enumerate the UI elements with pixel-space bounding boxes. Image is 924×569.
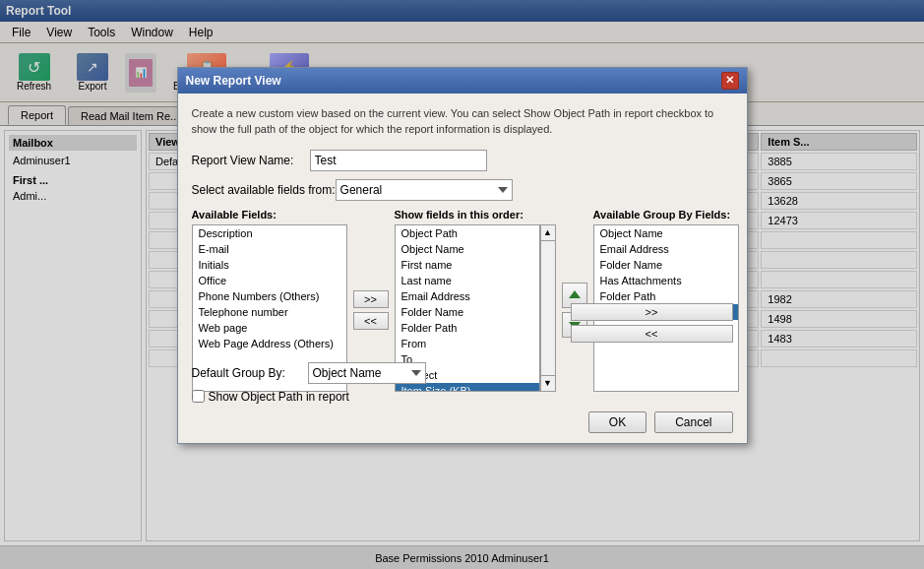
group-by-header: Available Group By Fields:	[593, 209, 739, 221]
scrollbar[interactable]: ▲ ▼	[540, 224, 556, 392]
list-item[interactable]: Initials	[193, 257, 346, 273]
add-fields-button[interactable]: >>	[353, 290, 389, 308]
list-item[interactable]: Web page	[193, 320, 346, 336]
list-item[interactable]: Folder Name	[594, 257, 738, 273]
select-fields-label: Select available fields from:	[192, 183, 336, 197]
list-item[interactable]: Folder Path	[594, 288, 738, 304]
new-report-view-dialog: New Report View ✕ Create a new custom vi…	[177, 67, 748, 444]
three-columns-area: Available Fields: Description E-mail Ini…	[192, 209, 733, 392]
list-item[interactable]: Phone Numbers (Others)	[193, 288, 346, 304]
list-item[interactable]: Last name	[396, 273, 539, 288]
report-view-name-label: Report View Name:	[192, 154, 310, 167]
dialog-description: Create a new custom view based on the cu…	[192, 105, 733, 138]
dialog-close-button[interactable]: ✕	[721, 72, 739, 90]
list-item-selected[interactable]: Item Size (KB)	[396, 383, 539, 392]
show-fields-header: Show fields in this order:	[395, 209, 556, 221]
add-group-button[interactable]: >>	[571, 303, 733, 321]
group-by-fields-column: Available Group By Fields: Object Name E…	[593, 209, 739, 392]
report-view-name-input[interactable]	[310, 150, 487, 171]
select-fields-row: Select available fields from: General Cu…	[192, 179, 733, 201]
scroll-track	[541, 241, 555, 375]
select-fields-dropdown[interactable]: General Custom All	[336, 179, 513, 201]
list-item[interactable]: Folder Name	[396, 304, 539, 320]
list-item[interactable]: Object Path	[396, 225, 539, 241]
dialog-title: New Report View	[186, 74, 281, 88]
list-item[interactable]: Email Address	[594, 241, 738, 257]
show-object-path-text: Show Object Path in report	[209, 390, 349, 404]
list-item[interactable]: E-mail	[193, 241, 346, 257]
list-item[interactable]: Has Attachments	[594, 273, 738, 288]
list-item[interactable]: Object Name	[594, 225, 738, 241]
scroll-down[interactable]: ▼	[541, 375, 555, 391]
dialog-buttons-row: OK Cancel	[192, 411, 733, 433]
default-group-dropdown[interactable]: Object Name Email Address Folder Name Ha…	[308, 362, 426, 384]
dialog-content: Create a new custom view based on the cu…	[178, 94, 747, 354]
show-object-path-row: Show Object Path in report	[192, 390, 733, 404]
available-fields-header: Available Fields:	[192, 209, 347, 221]
cancel-button[interactable]: Cancel	[654, 411, 732, 433]
scroll-up[interactable]: ▲	[541, 225, 555, 241]
list-item[interactable]: From	[396, 336, 539, 351]
show-object-path-checkbox[interactable]	[192, 390, 205, 403]
list-item[interactable]: Email Address	[396, 288, 539, 304]
dialog-overlay: New Report View ✕ Create a new custom vi…	[0, 0, 924, 569]
dialog-titlebar: New Report View ✕	[178, 68, 747, 94]
list-item[interactable]: Office	[193, 273, 346, 288]
list-item[interactable]: Description	[193, 225, 346, 241]
report-view-name-row: Report View Name:	[192, 150, 733, 171]
list-item[interactable]: Folder Path	[396, 320, 539, 336]
list-item[interactable]: First name	[396, 257, 539, 273]
default-group-label: Default Group By:	[192, 366, 300, 380]
remove-fields-button[interactable]: <<	[353, 312, 389, 330]
list-item[interactable]: Telephone number	[193, 304, 346, 320]
up-down-buttons	[562, 209, 587, 392]
remove-group-button[interactable]: <<	[571, 325, 733, 343]
ok-button[interactable]: OK	[588, 411, 647, 433]
show-object-path-label[interactable]: Show Object Path in report	[192, 390, 349, 404]
list-item[interactable]: Object Name	[396, 241, 539, 257]
group-arrow-buttons: >> <<	[571, 303, 733, 343]
list-item[interactable]: Web Page Address (Others)	[193, 336, 346, 351]
